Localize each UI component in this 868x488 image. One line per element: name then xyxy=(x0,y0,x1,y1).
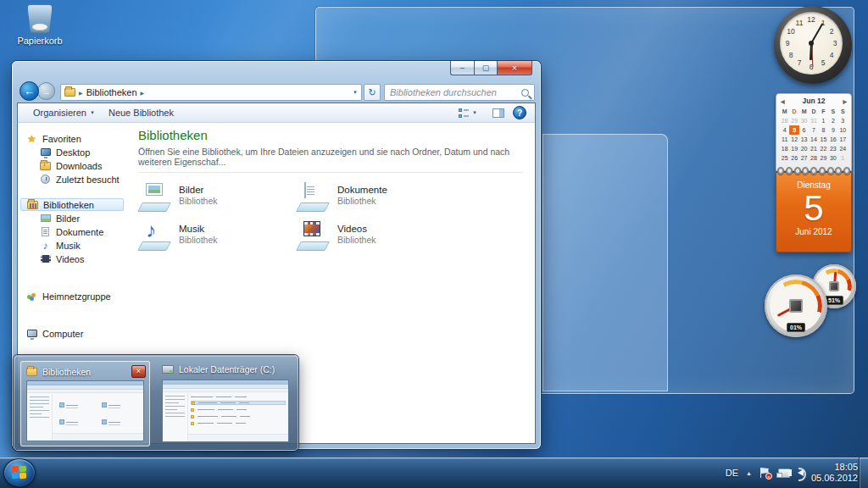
clock-gadget[interactable]: 12 1 2 3 4 5 6 7 8 9 10 11 xyxy=(772,4,855,86)
action-center-icon[interactable]: × xyxy=(760,468,771,478)
divider xyxy=(138,172,523,173)
language-indicator[interactable]: DE xyxy=(726,468,738,478)
page-description: Öffnen Sie eine Bibliothek, um Ihre Date… xyxy=(138,147,535,167)
recycle-bin-label: Papierkorb xyxy=(10,36,70,46)
desktop-icon xyxy=(40,147,51,158)
thumbnail-lokaler-datentraeger[interactable]: Lokaler Datenträger (C:) xyxy=(157,361,294,446)
back-arrow-icon: ← xyxy=(24,85,35,97)
clock-face: 12 1 2 3 4 5 6 7 8 9 10 11 xyxy=(780,12,843,75)
dropdown-icon: ▼ xyxy=(90,110,95,115)
documents-library-icon xyxy=(297,183,331,212)
refresh-icon: ↻ xyxy=(368,87,376,98)
star-icon: ★ xyxy=(26,134,37,144)
window-controls: – ▢ × xyxy=(450,61,532,75)
cpu-gauge: 01% xyxy=(765,274,827,337)
system-tray: DE ▲ × 18:05 05.06.2012 xyxy=(726,458,858,488)
start-button[interactable] xyxy=(3,458,36,487)
sidebar-item-videos[interactable]: Videos xyxy=(18,252,126,265)
peek-glass-inner xyxy=(542,134,668,391)
sidebar-item-desktop[interactable]: Desktop xyxy=(18,146,126,158)
sidebar-item-zuletzt-besucht[interactable]: Zuletzt besucht xyxy=(18,173,126,186)
music-icon: ♪ xyxy=(40,241,51,251)
refresh-button[interactable]: ↻ xyxy=(364,84,381,101)
views-icon xyxy=(459,108,470,118)
homegroup-icon xyxy=(26,291,37,302)
command-bar-right: ▼ ? xyxy=(452,105,526,121)
address-bar[interactable]: ▶ Bibliotheken ▶ ▼ xyxy=(60,84,362,101)
thumbnail-preview-image xyxy=(26,380,144,441)
recent-places-icon xyxy=(40,175,51,185)
show-hidden-icons-button[interactable]: ▲ xyxy=(746,470,752,476)
volume-icon[interactable] xyxy=(798,469,804,476)
search-placeholder: Bibliotheken durchsuchen xyxy=(390,87,497,97)
page-title: Bibliotheken xyxy=(138,128,535,142)
ram-chip-icon xyxy=(829,281,839,291)
library-grid: Bilder Bibliothek Dokumente Bibliothek ♪… xyxy=(138,183,535,252)
breadcrumb-arrow-icon: ▶ xyxy=(141,90,145,96)
forward-arrow-icon: → xyxy=(42,86,51,97)
calendar-prev-icon[interactable]: ◀ xyxy=(781,98,785,104)
sidebar-item-heimnetzgruppe[interactable]: Heimnetzgruppe xyxy=(18,290,126,302)
tray-clock[interactable]: 18:05 05.06.2012 xyxy=(811,462,858,484)
forward-button[interactable]: → xyxy=(37,82,55,100)
recycle-bin-icon xyxy=(27,4,53,33)
thumbnail-bibliotheken[interactable]: Bibliotheken × xyxy=(20,361,150,446)
videos-icon xyxy=(40,254,51,264)
help-button[interactable]: ? xyxy=(513,106,526,119)
downloads-icon: ↓ xyxy=(40,161,51,171)
help-icon: ? xyxy=(517,108,522,118)
change-view-button[interactable]: ▼ xyxy=(452,105,484,121)
calendar-gadget[interactable]: ◀ Jun 12 ▶ M D M D F S S 28 29 30 31 1 2… xyxy=(776,93,852,252)
sidebar-item-downloads[interactable]: ↓ Downloads xyxy=(18,159,126,172)
cpu-chip-icon xyxy=(789,299,803,313)
calendar-next-icon[interactable]: ▶ xyxy=(843,98,847,104)
desktop: Papierkorb – ▢ × ← → ▶ Bibliotheken ▶ ▼ … xyxy=(0,0,868,488)
thumbnail-preview-image xyxy=(162,380,289,442)
preview-pane-button[interactable] xyxy=(492,108,504,118)
library-item-videos[interactable]: Videos Bibliothek xyxy=(297,222,455,252)
maximize-button[interactable]: ▢ xyxy=(474,61,497,75)
calendar-month-header: Jun 12 xyxy=(803,97,826,105)
cpu-meter-gadget[interactable]: 51% 01% xyxy=(763,263,860,341)
breadcrumb-arrow-icon: ▶ xyxy=(79,90,83,96)
calendar-selected-day: 5 xyxy=(789,125,798,135)
sidebar-item-bilder[interactable]: Bilder xyxy=(18,212,126,225)
tray-date: 05.06.2012 xyxy=(811,473,858,484)
calendar-grid: M D M D F S S 28 29 30 31 1 2 3 4 5 6 7 … xyxy=(780,107,848,163)
close-button[interactable]: × xyxy=(497,61,532,75)
tray-time: 18:05 xyxy=(811,462,858,473)
sidebar-item-computer[interactable]: Computer xyxy=(18,327,126,340)
computer-icon xyxy=(26,329,37,339)
folder-icon xyxy=(26,368,37,376)
search-icon xyxy=(521,89,529,97)
organize-button[interactable]: Organisieren ▼ xyxy=(26,105,102,121)
sidebar-item-bibliotheken[interactable]: Bibliotheken xyxy=(20,198,124,211)
music-library-icon: ♪ xyxy=(138,222,172,251)
minimize-button[interactable]: – xyxy=(450,61,474,75)
library-item-musik[interactable]: ♪ Musik Bibliothek xyxy=(138,222,297,252)
calendar-spiral-binding xyxy=(777,167,850,175)
sidebar-item-favoriten[interactable]: ★ Favoriten xyxy=(18,132,126,145)
show-desktop-button[interactable] xyxy=(859,458,868,488)
library-item-bilder[interactable]: Bilder Bibliothek xyxy=(138,183,297,214)
search-input[interactable]: Bibliotheken durchsuchen xyxy=(384,84,535,101)
address-dropdown-icon[interactable]: ▼ xyxy=(353,90,358,95)
recycle-bin[interactable]: Papierkorb xyxy=(10,4,70,46)
pictures-library-icon xyxy=(138,183,172,212)
new-library-button[interactable]: Neue Bibliothek xyxy=(102,105,181,121)
thumbnail-close-button[interactable]: × xyxy=(131,365,146,378)
sidebar-item-dokumente[interactable]: Dokumente xyxy=(18,225,126,238)
dropdown-icon: ▼ xyxy=(472,110,477,115)
breadcrumb-path[interactable]: Bibliotheken xyxy=(86,87,137,97)
taskbar-thumbnail-popup: Bibliotheken × xyxy=(14,355,298,451)
calendar-month-view: ◀ Jun 12 ▶ M D M D F S S 28 29 30 31 1 2… xyxy=(776,93,852,171)
windows-logo-icon xyxy=(12,466,27,480)
library-item-dokumente[interactable]: Dokumente Bibliothek xyxy=(297,183,455,214)
drive-icon xyxy=(162,365,174,374)
documents-icon xyxy=(40,227,51,237)
videos-library-icon xyxy=(297,222,331,251)
sidebar-item-musik[interactable]: ♪ Musik xyxy=(18,239,126,252)
calendar-month-year: Juni 2012 xyxy=(776,227,851,236)
back-button[interactable]: ← xyxy=(19,81,39,101)
command-bar: Organisieren ▼ Neue Bibliothek ▼ xyxy=(18,103,535,123)
